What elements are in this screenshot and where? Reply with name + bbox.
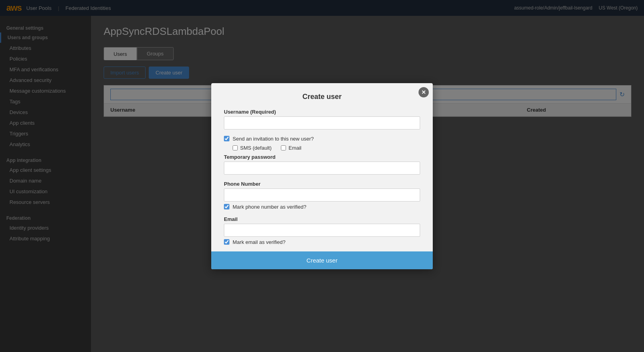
temp-password-input[interactable] xyxy=(224,162,420,175)
modal-overlay: ✕ Create user Username (Required) Send a… xyxy=(0,0,644,352)
email-input[interactable] xyxy=(224,224,420,237)
phone-label: Phone Number xyxy=(224,181,420,187)
email-invite-checkbox[interactable] xyxy=(281,145,286,150)
sms-checkbox[interactable] xyxy=(233,145,238,150)
send-invitation-label[interactable]: Send an invitation to this new user? xyxy=(233,136,314,142)
temp-password-group: Temporary password xyxy=(224,154,420,175)
mark-phone-row: Mark phone number as verified? xyxy=(224,204,420,210)
sms-option[interactable]: SMS (default) xyxy=(233,145,271,151)
sms-label: SMS (default) xyxy=(240,145,271,151)
phone-group: Phone Number Mark phone number as verifi… xyxy=(224,181,420,210)
create-user-modal: ✕ Create user Username (Required) Send a… xyxy=(211,83,433,269)
invitation-options-row: SMS (default) Email xyxy=(233,145,420,151)
email-option[interactable]: Email xyxy=(281,145,301,151)
modal-title: Create user xyxy=(224,93,420,101)
username-group: Username (Required) xyxy=(224,109,420,129)
mark-phone-checkbox[interactable] xyxy=(224,204,229,209)
email-field-label: Email xyxy=(224,216,420,222)
modal-close-button[interactable]: ✕ xyxy=(419,87,429,97)
create-user-submit-button[interactable]: Create user xyxy=(211,251,433,269)
username-input[interactable] xyxy=(224,116,420,129)
mark-email-row: Mark email as verified? xyxy=(224,239,420,245)
send-invitation-row: Send an invitation to this new user? xyxy=(224,136,420,142)
email-group: Email Mark email as verified? xyxy=(224,216,420,245)
username-label: Username (Required) xyxy=(224,109,420,115)
email-invite-label: Email xyxy=(288,145,301,151)
mark-email-label[interactable]: Mark email as verified? xyxy=(233,239,286,245)
mark-phone-label[interactable]: Mark phone number as verified? xyxy=(233,204,306,210)
temp-password-label: Temporary password xyxy=(224,154,420,160)
mark-email-checkbox[interactable] xyxy=(224,239,229,245)
phone-input[interactable] xyxy=(224,188,420,202)
modal-footer: Create user xyxy=(211,251,433,269)
send-invitation-checkbox[interactable] xyxy=(224,136,229,141)
